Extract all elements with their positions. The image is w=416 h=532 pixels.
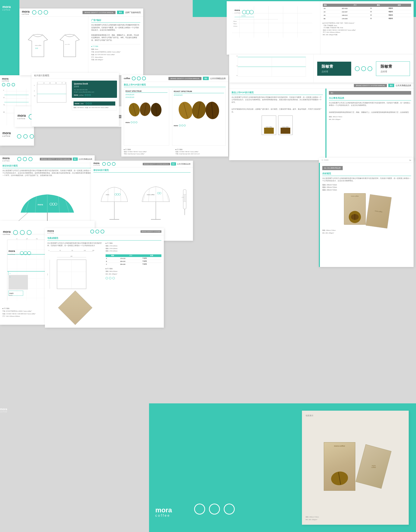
bc3: [368, 66, 372, 71]
umb-section: 标识伞设计规范: [2, 164, 92, 168]
pkc2: [95, 230, 99, 233]
b1-label-right: B1 办公事务用品类: [322, 166, 343, 170]
b1-desc: 办公室是属于公司员工之间的场所也是代表公司形象对外展示与交流的空间，它的设计与配…: [329, 102, 411, 107]
logo-topleft-teal: mora coffee: [2, 5, 11, 11]
svg-point-14: [242, 10, 246, 14]
bag1-icon: [349, 211, 361, 223]
bb-circles: [13, 230, 32, 235]
bean-c3: [135, 121, 137, 123]
b2-badge-pop: B2: [203, 77, 209, 80]
pkg-mora: mora: [47, 229, 54, 232]
circle2: [38, 10, 42, 15]
roast-sub1: 烘培程度说明: [125, 94, 168, 96]
ml-c3: [30, 134, 34, 139]
pkg-dots: [105, 277, 161, 279]
b1-supply-desc: 办公室是属于公司员工之间的场所也是代表公司形象对外展示与交流的空间，它的设计与配…: [322, 177, 411, 182]
tshirt-section-title: 广告T恤衫: [91, 19, 140, 23]
svg-line-85: [120, 188, 121, 202]
pc2: [137, 76, 141, 80]
b2-umb2-title: 公共关系赠品品类: [177, 163, 190, 165]
card-pop-design: coffee BRAND IDENTITY SYSTEM MANUAL B2 公…: [121, 75, 228, 157]
dot-f1: [86, 103, 87, 104]
coffee-beans-small: [125, 100, 168, 119]
b3-badge: B3: [117, 11, 124, 14]
svg-point-88: [116, 193, 118, 195]
svg-text:0: 0: [17, 238, 18, 239]
bbc3: [27, 230, 32, 235]
roast-label-2: ROAST SPECTRUM: [174, 90, 224, 93]
uc1: [17, 157, 21, 161]
svg-text:b: b: [10, 276, 10, 278]
brand-footer: mora: [75, 102, 79, 104]
fc1: [194, 504, 205, 514]
svg-point-89: [118, 193, 120, 195]
c1: [2, 83, 5, 86]
pkg-box: 180 120: [47, 255, 96, 294]
svg-rect-47: [37, 84, 66, 102]
svg-text:65: 65: [55, 82, 57, 84]
svg-point-2: [37, 48, 38, 49]
pc3: [142, 76, 146, 80]
u2c1: [102, 162, 106, 166]
b1-supply-title: 供材规范: [322, 172, 411, 176]
pkg-display-label: 包装展示: [306, 414, 405, 417]
namecard-grid: 0 13 25 65 77 90 0 P 54: [34, 81, 67, 105]
dot-f3: [90, 103, 92, 104]
svg-text:73: 73: [36, 238, 38, 239]
svg-text:mora coffee: mora coffee: [147, 194, 155, 195]
b2-umb: B2: [73, 158, 78, 161]
pkg-bags: mora coffee mora coffee: [322, 193, 411, 227]
svg-point-16: [249, 10, 253, 14]
svg-text:180: 180: [92, 250, 95, 251]
card-b2-right: BRAND IDENTITY SYSTEM MANUAL B2 公共关系赠品品类…: [229, 83, 414, 160]
pd3: [112, 277, 115, 279]
circle3: [44, 10, 48, 15]
spec-notes: ■ 正文文字采用'RAL 0000 "000", "0000 Univers2 …: [323, 22, 411, 36]
bb-mora: mora: [3, 230, 11, 233]
bag-tilted-text: moracoffee: [371, 465, 376, 468]
bbc2: [20, 230, 25, 235]
brand-strip-mora: mora: [18, 114, 26, 117]
svg-text:0: 0: [237, 55, 238, 57]
svg-text:112mm: 112mm: [233, 26, 237, 27]
logo-tshirt: mora coffee: [22, 10, 30, 15]
pkg-table: 规格 尺寸 材质 A170×120牛皮纸 B200×150牛皮纸: [105, 254, 161, 266]
b1-bag-specs: 规格: 200cm×710cm MN: 200~250g/m²: [322, 229, 411, 234]
pkc1: [90, 230, 94, 233]
svg-text:mora coffee: mora coffee: [35, 45, 41, 46]
umbrella-outline-2: mora coffee: [140, 183, 172, 222]
pd2: [109, 277, 111, 279]
pkc3: [101, 230, 104, 233]
card-packaging: mora coffee BRAND IDENTITY SYSTEM 包装成规范 …: [45, 228, 164, 328]
tshirt-back: mora coffee: [57, 33, 82, 59]
circles-midleft: [17, 134, 34, 139]
svg-line-96: [167, 194, 169, 202]
b1-right-num: 54: [409, 160, 411, 161]
namecard-section-title: 名片设计及规范: [34, 74, 49, 77]
svg-text:特敏青: 特敏青: [9, 293, 14, 294]
umb-manual: BRAND IDENTITY SYSTEM MANUAL: [40, 158, 72, 161]
dot-f2: [88, 103, 90, 104]
pop-manual-label: BRAND IDENTITY SYSTEM MANUAL: [169, 77, 201, 80]
footer-coffee: coffee: [155, 513, 172, 517]
bean2-c1: [179, 124, 181, 126]
pd1: [105, 277, 108, 279]
umbrella-mora: mora: [2, 157, 10, 160]
page-wrapper: mora coffee BRAND IDENTITY SYSTEM MANUAL…: [0, 0, 416, 532]
svg-text:0: 0: [48, 250, 49, 251]
tl-mora: mora: [2, 5, 11, 9]
handle-item: mora: [180, 188, 189, 218]
umbrella-coffee: coffee: [2, 160, 10, 162]
pkg-display-area: mora coffee moracoffee: [306, 419, 405, 513]
b2-umb2: B2: [171, 162, 176, 166]
brand-bean-2: mora: [174, 125, 178, 126]
svg-text:a: a: [10, 273, 10, 274]
svg-point-87: [114, 193, 116, 195]
svg-text:90: 90: [65, 82, 66, 84]
uc2: [23, 157, 27, 161]
svg-text:180: 180: [70, 256, 73, 257]
teal-left-strip: [0, 0, 19, 78]
person-title-2: 总经理: [381, 70, 405, 73]
roast-sub2: 烘培程度说明: [125, 96, 168, 99]
coffee-footer: coffee: [80, 103, 84, 104]
